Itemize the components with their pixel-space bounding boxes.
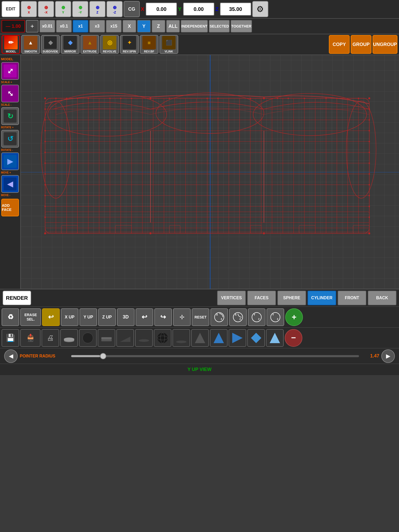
vertices-button[interactable]: VERTICES (217, 291, 246, 305)
cone-button[interactable] (191, 329, 209, 347)
back-button[interactable]: BACK (368, 291, 396, 305)
remove-button[interactable]: − (285, 329, 302, 347)
cylinder-button[interactable]: CYLINDER (308, 291, 336, 305)
3d-button[interactable]: 3D (117, 308, 135, 326)
move-icon-button[interactable]: ⊹ (173, 308, 191, 326)
z-coord-input[interactable] (220, 3, 251, 16)
scale-plus-button[interactable]: ⤢ (1, 62, 19, 80)
axis-z-neg-button[interactable]: ⊕ -Z (107, 1, 123, 17)
circle-shape-button[interactable] (79, 329, 97, 347)
mult-15-button[interactable]: x15 (106, 20, 122, 32)
rot-xz-cw-button[interactable]: X z (210, 308, 228, 326)
ungroup-button[interactable]: UNGROUP (373, 35, 397, 54)
half-sphere-button[interactable] (135, 329, 153, 347)
svg-point-160 (64, 338, 74, 341)
together-mode[interactable]: TOGETHER (231, 20, 252, 32)
revspin-label: REV.SPIN (123, 50, 136, 53)
tri-blue-button[interactable] (210, 329, 228, 347)
nav-prev-button[interactable]: ◀ (4, 349, 18, 363)
export-obj-button[interactable]: 📤 .OBJ (20, 329, 41, 347)
selected-mode[interactable]: SELECTED (209, 20, 230, 32)
rot-yz-cw-button[interactable]: Y z (248, 308, 265, 326)
x-up-button[interactable]: X UP (61, 308, 78, 326)
all-axis-select[interactable]: ALL (166, 20, 180, 32)
revolve-tool[interactable]: ◎ REVOLVE (100, 35, 119, 54)
flat-shape-button[interactable] (60, 329, 78, 347)
axis-y-neg-button[interactable]: ⊕ -Y (72, 1, 88, 17)
sphere-button[interactable]: SPHERE (277, 291, 306, 305)
mirror-tool[interactable]: ◆ MIRROR (61, 35, 79, 54)
render-button[interactable]: RENDER (3, 291, 31, 305)
x-axis-select[interactable]: X (123, 20, 136, 32)
group-button[interactable]: GROUP (351, 35, 371, 54)
y-coord-input[interactable] (183, 3, 214, 16)
axis-y-button[interactable]: ⊕ Y (55, 1, 71, 17)
z-up-button[interactable]: Z UP (98, 308, 116, 326)
rotate-plus-button[interactable]: ↻ (1, 107, 19, 125)
diamond-blue-button[interactable] (247, 329, 265, 347)
scale-minus-label: SCALE - (1, 103, 19, 106)
copy-button[interactable]: COPY (329, 35, 350, 54)
undo2-button[interactable]: ↩ (136, 308, 153, 326)
rot-xz-ccw-button[interactable]: X z (229, 308, 247, 326)
independent-mode[interactable]: INDEPENDENT (181, 20, 208, 32)
viewport[interactable] (21, 55, 399, 289)
rot-yz-ccw-button[interactable]: Y z (267, 308, 284, 326)
save-button[interactable]: 💾 (2, 329, 19, 347)
wedge-button[interactable] (116, 329, 134, 347)
settings-button[interactable]: ⚙ (252, 1, 268, 17)
plus-button[interactable]: + (26, 20, 38, 32)
recycle-button[interactable]: ♻ (2, 308, 19, 326)
smooth-tool[interactable]: ▲ SMOOTH (21, 35, 40, 54)
mult-3-button[interactable]: x3 (89, 20, 105, 32)
mult-0.1-button[interactable]: x0.1 (56, 20, 72, 32)
scale-minus-button[interactable]: ⤡ (1, 85, 19, 102)
axis-x-neg-button[interactable]: ⊕ -X (38, 1, 54, 17)
axis-x-button[interactable]: ⊕ X (21, 1, 37, 17)
add-button[interactable]: + (285, 308, 303, 326)
move-minus-button[interactable]: ◀ (1, 175, 19, 193)
pointer-radius-slider[interactable] (71, 355, 359, 357)
reset-button[interactable]: RESET (192, 308, 209, 326)
x-coord-input[interactable] (146, 3, 177, 16)
scale-plus-label: SCALE + (1, 81, 19, 84)
revbf-tool[interactable]: ■ REV.BF (140, 35, 158, 54)
erase-sel-button[interactable]: ERASESEL. (20, 308, 41, 326)
vlink-label: VLINK (165, 50, 173, 53)
flat-rect-button[interactable] (98, 329, 115, 347)
vlink-tool[interactable]: ⬛ VLINK (159, 35, 178, 54)
left-sidebar: MODEL ⤢ SCALE + ⤡ SCALE - ↻ ROTATE + ↺ (0, 55, 21, 289)
svg-point-165 (157, 333, 168, 343)
nav-next-button[interactable]: ▶ (381, 349, 395, 363)
subdivide-tool[interactable]: ◆ SUBDIVIDE (41, 35, 60, 54)
model-tool[interactable]: ✏ MODEL (2, 35, 20, 54)
y-up-button[interactable]: Y UP (79, 308, 97, 326)
svg-point-161 (83, 333, 93, 343)
mult-0.01-button[interactable]: x0.01 (39, 20, 55, 32)
redo-button[interactable]: ↪ (154, 308, 172, 326)
revspin-tool[interactable]: ✦ REV.SPIN (120, 35, 139, 54)
undo-button[interactable]: ↩ (42, 308, 60, 326)
shapes-row: 💾 📤 .OBJ 🖨 (0, 327, 399, 348)
faces-button[interactable]: FACES (247, 291, 276, 305)
add-face-button[interactable]: ADD FACE (1, 199, 19, 216)
front-button[interactable]: FRONT (338, 291, 366, 305)
sphere-button-shape[interactable] (154, 329, 171, 347)
move-plus-button[interactable]: ▶ (1, 152, 19, 170)
svg-text:z: z (277, 317, 278, 320)
cg-button[interactable]: CG (124, 1, 140, 17)
z-axis-select[interactable]: Z (152, 20, 165, 32)
extrude-tool[interactable]: ▲ EXTRUDE (81, 35, 99, 54)
edit-button[interactable]: EDIT (2, 1, 20, 17)
tri-up-blue-button[interactable] (266, 329, 284, 347)
mult-1-button[interactable]: x1 (73, 20, 88, 32)
center-line-horizontal (21, 172, 399, 172)
axis-z-button[interactable]: ⊕ Z (89, 1, 105, 17)
print-button[interactable]: 🖨 (42, 329, 59, 347)
rotate-minus-button[interactable]: ↺ (1, 130, 19, 148)
z-coord-label: Z (215, 6, 218, 12)
y-coord-label: Y (178, 6, 181, 12)
cone-flat-button[interactable] (172, 329, 190, 347)
tri-right-blue-button[interactable] (229, 329, 246, 347)
y-axis-select[interactable]: Y (137, 20, 151, 32)
